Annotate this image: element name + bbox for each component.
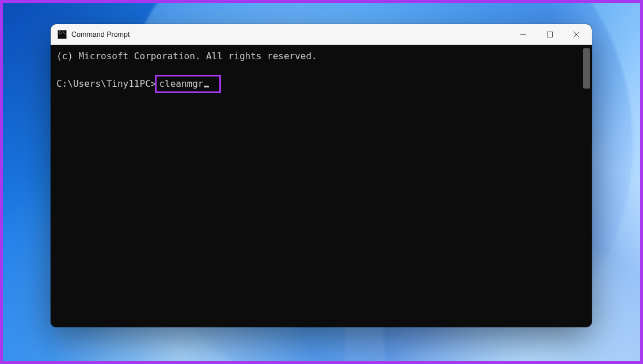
copyright-line: (c) Microsoft Corporation. All rights re…: [56, 49, 586, 63]
window-controls: [510, 24, 589, 44]
prompt-path: C:\Users\Tiny11PC>: [56, 77, 156, 91]
command-prompt-window: Command Prompt (c) Microsoft Corporation…: [51, 24, 592, 327]
text-cursor: [204, 86, 209, 87]
minimize-icon: [520, 32, 526, 37]
cmd-icon: [58, 30, 67, 39]
window-title: Command Prompt: [71, 30, 510, 39]
prompt-line: C:\Users\Tiny11PC>cleanmgr: [56, 75, 586, 93]
terminal-output[interactable]: (c) Microsoft Corporation. All rights re…: [51, 45, 592, 327]
titlebar[interactable]: Command Prompt: [51, 24, 592, 45]
svg-rect-1: [547, 32, 553, 37]
scrollbar-thumb[interactable]: [583, 48, 590, 89]
close-button[interactable]: [563, 24, 589, 44]
close-icon: [573, 32, 579, 37]
minimize-button[interactable]: [510, 24, 537, 44]
command-highlight-box: cleanmgr: [155, 75, 221, 93]
maximize-icon: [547, 32, 553, 37]
maximize-button[interactable]: [537, 24, 563, 44]
typed-command: cleanmgr: [159, 78, 203, 89]
